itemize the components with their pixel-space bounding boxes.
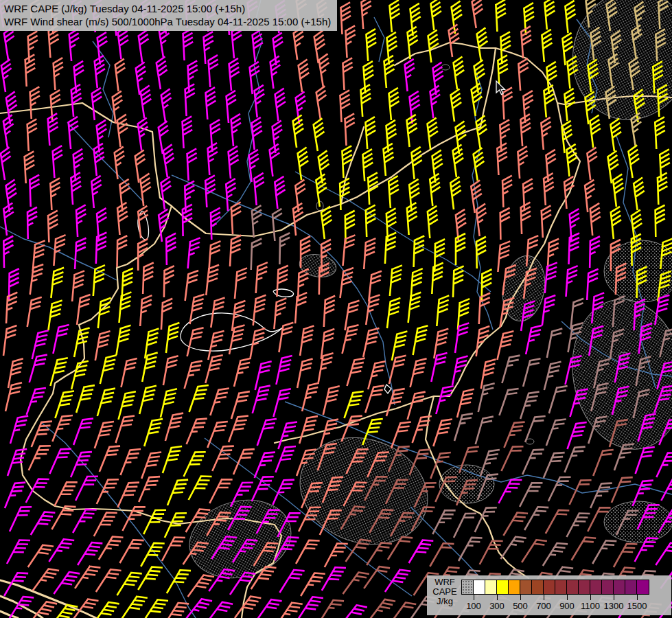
weather-map-screen: WRF CAPE (J/kg) Tuesday 04-11-2025 15:00… <box>0 0 672 618</box>
legend-ramp-cell <box>509 580 520 594</box>
legend-ramp-cell <box>567 580 579 594</box>
legend-label-units: J/kg <box>430 597 460 606</box>
legend-ramp-cell <box>474 580 485 594</box>
legend-ramp-cell <box>602 580 614 594</box>
legend-label-model: WRF <box>430 577 460 587</box>
title-line-wind-shear: WRF Wind shear (m/s) 500/1000hPa Tuesday… <box>4 15 331 28</box>
legend-ramp-cell <box>544 580 555 594</box>
legend-ramp-cell <box>532 580 544 594</box>
legend-tick <box>567 594 568 600</box>
legend-tick <box>590 594 591 600</box>
legend-ramp-cell <box>625 580 637 594</box>
cape-legend: WRF CAPE J/kg 10030050070090011001300150… <box>427 575 671 615</box>
legend-ramp-cell <box>637 580 649 594</box>
wrf-cape-wind-shear-map <box>0 0 672 618</box>
legend-ramp-cell <box>614 580 625 594</box>
legend-tick-label: 1500 <box>622 601 652 611</box>
legend-ramp-cell <box>555 580 567 594</box>
legend-label-column: WRF CAPE J/kg <box>430 577 460 606</box>
legend-color-ramp <box>461 580 649 595</box>
legend-ramp-cell <box>485 580 497 594</box>
legend-ramp-cell <box>579 580 590 594</box>
legend-tick <box>637 594 638 600</box>
legend-label-parameter: CAPE <box>430 587 460 597</box>
title-line-cape: WRF CAPE (J/kg) Tuesday 04-11-2025 15:00… <box>4 2 331 15</box>
legend-ramp-cell <box>497 580 509 594</box>
legend-ramp-cell <box>462 580 474 594</box>
legend-ramp-cell <box>520 580 532 594</box>
legend-tick <box>614 594 614 600</box>
legend-tick <box>544 594 544 600</box>
legend-tick <box>520 594 521 600</box>
legend-tick <box>474 594 474 600</box>
legend-tick <box>497 594 498 600</box>
map-title-box: WRF CAPE (J/kg) Tuesday 04-11-2025 15:00… <box>0 0 337 31</box>
legend-ramp-cell <box>590 580 602 594</box>
